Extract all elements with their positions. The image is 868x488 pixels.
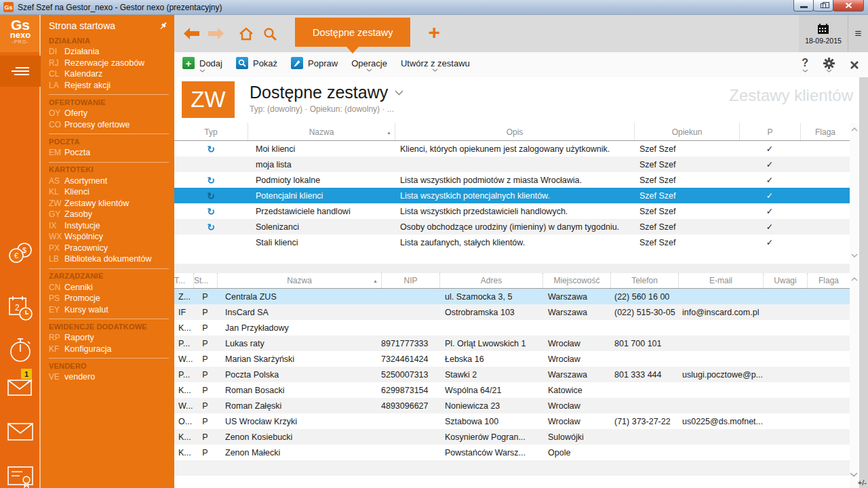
forward-button[interactable] [208,28,224,39]
pin-icon[interactable] [158,20,169,31]
cell-p: ✓ [739,144,800,154]
app-menu-button[interactable]: ≡ [848,15,868,52]
sidebar-item-wx[interactable]: WXWspólnicy [49,231,169,243]
sidebar-item-strona-startowa[interactable]: Strona startowa [49,19,169,33]
sidebar-item-gy[interactable]: GYZasoby [49,209,169,220]
operations-button[interactable]: Operacje [351,58,387,72]
page-title[interactable]: Dostępne zestawy [250,83,403,102]
clients-row[interactable]: W...PRoman Załęski4893096627Noniewicza 2… [174,398,850,413]
scroll-up-icon[interactable] [851,277,858,281]
restore-button[interactable] [813,0,833,12]
column-header-nazwa[interactable]: Nazwa ▲ [248,123,395,140]
edit-button[interactable]: Popraw [291,57,338,73]
sidebar-item-rp[interactable]: RPRaporty [49,332,169,344]
minimize-button[interactable] [793,0,814,12]
column-header-opiekun[interactable]: Opiekun [634,123,739,140]
back-button[interactable] [184,28,199,39]
mail-module-button[interactable] [0,422,41,442]
column-header-flaga[interactable]: Flaga [807,273,850,288]
sets-row[interactable]: ↻Potencjalni klienciLista wszystkich pot… [174,188,850,203]
settings-button[interactable] [823,58,835,73]
column-header-flaga[interactable]: Flaga [800,123,850,140]
chevron-down-icon [826,69,832,73]
clients-row[interactable]: P...PPoczta Polska5250007313Stawki 2Wars… [174,367,850,382]
cell-adres: Kosynierów Pogran... [439,432,542,442]
sets-row[interactable]: ↻Podmioty lokalneLista wszystkich podmio… [174,172,850,188]
license-module-button[interactable] [0,464,41,488]
module-menu-button[interactable]: ‹ [0,56,41,87]
sidebar-item-ey[interactable]: EYKursy walut [49,304,169,316]
add-button[interactable]: + Dodaj [182,57,222,73]
panel-splitter[interactable] [174,264,859,273]
column-header-typ[interactable]: Typ [174,123,248,140]
sidebar-item-rj[interactable]: RJRezerwacje zasobów [49,58,169,69]
column-header-telefon[interactable]: Telefon [610,273,678,288]
sidebar-item-px[interactable]: PXPracownicy [49,243,169,254]
home-button[interactable] [238,26,254,41]
sidebar-item-ps[interactable]: PSPromocje [49,293,169,304]
sidebar-item-la[interactable]: LARejestr akcji [49,80,169,92]
planner-module-button[interactable]: 2 [0,294,41,323]
close-button[interactable] [833,0,864,12]
tab-dostepne-zestawy[interactable]: Dostępne zestawy [295,18,410,47]
item-label: Procesy ofertowe [64,120,130,129]
column-header-miejscowosc[interactable]: Miejscowość [542,273,610,288]
column-chooser-chevron-icon[interactable] [850,472,858,477]
sidebar-item-cn[interactable]: CNCenniki [49,282,169,293]
filter-summary[interactable]: Typ: (dowolny) · Opiekun: (dowolny) · ..… [250,104,403,114]
close-view-button[interactable] [850,60,859,70]
column-header-p[interactable]: P [739,123,800,140]
menu-section-title: KARTOTEKI [49,164,169,176]
create-from-set-button[interactable]: Utwórz z zestawu [401,58,470,72]
date-button[interactable]: 18-09-2015 [799,15,848,52]
sidebar-item-di[interactable]: DIDziałania [49,46,169,58]
clients-row[interactable]: K...PZenon KosiebuckiKosynierów Pogran..… [174,429,850,445]
scroll-up-icon[interactable] [851,127,858,131]
sets-row[interactable]: Stali klienciLista zaufanych, stałych kl… [174,235,850,250]
sidebar-item-ve[interactable]: VEvendero [49,371,169,383]
scroll-down-icon[interactable] [851,253,858,258]
sidebar-item-oy[interactable]: OYOferty [49,108,169,119]
sets-row[interactable]: ↻SolenizanciOsoby obchodzące urodziny (i… [174,219,850,235]
column-header-st[interactable]: St... [193,273,217,288]
currency-module-button[interactable]: $ € [0,241,41,264]
sidebar-item-as[interactable]: ASAsortyment [49,176,169,187]
clients-row[interactable]: K...PZenon MałeckiPowstańców Warsz...Opo… [174,445,850,460]
clients-row[interactable]: K...PRoman Bosacki6299873154Wspólna 64/2… [174,382,850,398]
column-header-nip[interactable]: NIP [381,273,439,288]
sets-row[interactable]: ↻Przedstawiciele handlowiLista wszystkic… [174,203,850,219]
clients-row[interactable]: IFPInsCard SAOstrobramska 103Warszawa(02… [174,304,850,320]
search-button[interactable] [263,27,277,41]
help-button[interactable]: ? [802,57,808,73]
sidebar-item-lb[interactable]: LBBiblioteka dokumentów [49,253,169,265]
clients-row[interactable]: K...PJan Przykładowy [174,320,850,336]
column-header-adres[interactable]: Adres [439,273,542,288]
clients-row[interactable]: P...PLukas raty8971777333Pl. Orląt Lwows… [174,336,850,351]
cell-miejscowosc: Sulowójki [542,432,610,442]
sidebar-item-zw[interactable]: ZWZestawy klientów [49,198,169,209]
sets-row[interactable]: moja listaSzef Szef✓ [174,157,850,172]
column-chooser-button[interactable]: +/- [858,479,867,487]
show-button[interactable]: Pokaż [236,57,277,73]
clients-row[interactable]: Z...PCentrala ZUSul. Szamocka 3, 5Warsza… [174,289,850,304]
timer-module-button[interactable] [0,336,41,365]
new-tab-button[interactable]: + [428,22,440,43]
sidebar-item-kf[interactable]: KFKonfiguracja [49,344,169,355]
inbox-module-button[interactable]: 1 [0,375,41,400]
clients-row[interactable]: O...PUS Wrocław KrzykiSztabowa 100Wrocła… [174,413,850,429]
column-header-nazwa[interactable]: Nazwa ▲ [217,273,381,288]
sidebar-item-cl[interactable]: CLKalendarz [49,68,169,80]
sidebar-item-kl[interactable]: KLKlienci [49,186,169,198]
column-header-opis[interactable]: Opis [395,123,634,140]
main-panel: ZW Dostępne zestawy Typ: (dowolny) · Opi… [174,77,868,488]
sidebar-item-em[interactable]: EMPoczta [49,147,169,159]
column-header-uwagi[interactable]: Uwagi [763,273,807,288]
clients-row[interactable]: W...PMarian Skarżyński7324461424Łebska 1… [174,351,850,367]
column-header-t[interactable]: T... [174,273,193,288]
sidebar-item-co[interactable]: COProcesy ofertowe [49,119,169,131]
sets-row[interactable]: ↻Moi klienciKlienci, których opiekunem j… [174,141,850,157]
column-header-email[interactable]: E-mail [678,273,763,288]
sidebar-item-ix[interactable]: IXInstytucje [49,220,169,232]
current-date: 18-09-2015 [805,37,842,45]
item-label: Asortyment [64,176,107,186]
